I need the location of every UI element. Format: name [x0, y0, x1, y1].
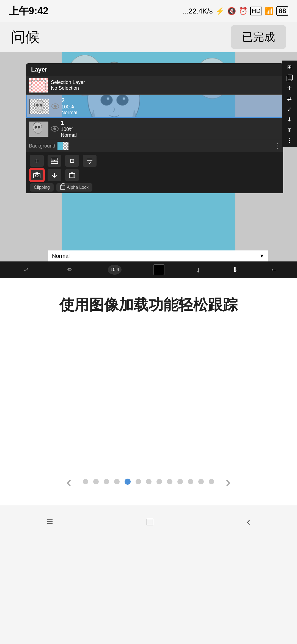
- selection-layer-thumb: [29, 78, 48, 93]
- more-icon[interactable]: ⋮: [274, 142, 280, 150]
- sidebar-download-icon[interactable]: ⬇: [284, 115, 295, 124]
- page-dot-6[interactable]: [146, 479, 152, 484]
- blend-dropdown-arrow[interactable]: ▼: [259, 253, 264, 259]
- layer-1-eye[interactable]: [51, 126, 59, 132]
- nav-title: 问候: [11, 28, 40, 47]
- selection-layer-row[interactable]: Selection Layer No Selection: [26, 76, 283, 95]
- clipping-alpha-row: Clipping Alpha Lock: [30, 183, 279, 192]
- battery-indicator: 88: [276, 6, 288, 16]
- color-swatch[interactable]: [153, 264, 164, 275]
- clipping-button[interactable]: Clipping: [30, 183, 54, 192]
- menu-button[interactable]: ≡: [47, 515, 53, 528]
- mute-icon: 🔇: [227, 7, 236, 15]
- layer-panel-overlay: Layer Selection Layer No Selection: [26, 63, 283, 278]
- status-time: 上午9:42: [9, 4, 48, 18]
- network-speed: ...22.4K/s: [183, 7, 213, 15]
- selection-layer-info: Selection Layer No Selection: [51, 80, 280, 91]
- alpha-lock-label: Alpha Lock: [67, 185, 89, 190]
- move-bottom-tool[interactable]: ⇓: [232, 266, 238, 274]
- pen-tool[interactable]: ✏: [64, 264, 76, 276]
- layer-1-info: 1 100% Normal: [61, 119, 280, 138]
- clipping-label: Clipping: [34, 185, 50, 190]
- svg-rect-28: [51, 158, 58, 160]
- page-dot-4[interactable]: [125, 479, 131, 485]
- page-dot-0[interactable]: [83, 479, 88, 484]
- screenshot-container: Layer Selection Layer No Selection: [0, 52, 297, 278]
- page-dot-7[interactable]: [156, 479, 162, 484]
- page-dot-3[interactable]: [114, 479, 120, 484]
- transform-tool[interactable]: ⤢: [20, 264, 32, 276]
- feature-title: 使用图像加载功能轻松跟踪: [43, 278, 254, 326]
- layer-1-row[interactable]: 1 100% Normal: [26, 118, 283, 140]
- back-button[interactable]: ‹: [247, 515, 250, 528]
- layer-1-num: 1: [61, 119, 280, 127]
- camera-button[interactable]: [30, 169, 44, 181]
- page-dot-11[interactable]: [198, 479, 204, 484]
- brush-size-indicator[interactable]: 10.4: [108, 265, 122, 275]
- prev-page-button[interactable]: ‹: [55, 472, 83, 491]
- merge-button[interactable]: [48, 155, 61, 167]
- system-bar: ≡ □ ‹: [0, 505, 297, 538]
- flatten-button[interactable]: [83, 155, 97, 167]
- svg-point-34: [35, 174, 38, 177]
- sidebar-more-icon[interactable]: ⋮: [284, 136, 295, 145]
- layer-2-row[interactable]: 2 100% Normal: [26, 95, 283, 118]
- page-dot-8[interactable]: [167, 479, 172, 484]
- svg-point-21: [34, 100, 44, 110]
- svg-point-22: [36, 104, 38, 107]
- pagination: ‹ ›: [0, 464, 297, 505]
- svg-rect-41: [288, 75, 292, 80]
- top-nav: 问候 已完成: [0, 22, 297, 52]
- next-page-button[interactable]: ›: [214, 472, 242, 491]
- layer-header: Layer: [26, 63, 283, 76]
- sidebar-flip-icon[interactable]: ⇄: [284, 94, 295, 103]
- no-selection-label: No Selection: [51, 85, 280, 91]
- page-dot-9[interactable]: [177, 479, 183, 484]
- background-row[interactable]: Background ⋮: [26, 140, 283, 152]
- layer-2-opacity: 100%: [61, 104, 280, 110]
- page-dot-5[interactable]: [136, 479, 141, 484]
- alarm-icon: ⏰: [239, 7, 248, 15]
- move-down-tool[interactable]: ↓: [197, 266, 200, 274]
- background-label: Background: [29, 143, 55, 149]
- sidebar-move-icon[interactable]: ✛: [284, 84, 295, 92]
- svg-point-23: [40, 104, 42, 107]
- layer-2-thumb: [29, 99, 49, 114]
- status-bar: 上午9:42 ...22.4K/s ⚡ 🔇 ⏰ HD 📶 88: [0, 0, 297, 22]
- layer-tools: + ⊞: [26, 152, 283, 193]
- background-thumb: [57, 142, 68, 150]
- back-tool[interactable]: ←: [270, 266, 277, 274]
- svg-point-26: [35, 126, 37, 129]
- layer-1-blend: Normal: [61, 132, 280, 138]
- toolbar-row-2: [30, 169, 279, 181]
- delete-layer-button[interactable]: [65, 169, 79, 181]
- lock-icon: [60, 185, 65, 190]
- page-dot-12[interactable]: [209, 479, 214, 484]
- layer-2-info: 2 100% Normal: [61, 97, 280, 116]
- home-button[interactable]: □: [147, 515, 153, 528]
- status-icons: ...22.4K/s ⚡ 🔇 ⏰ HD 📶 88: [183, 6, 288, 16]
- signal-icon: 📶: [265, 7, 274, 15]
- page-dots: [83, 479, 214, 485]
- sidebar-checker-icon[interactable]: ⊞: [284, 63, 295, 72]
- layer-2-blend: Normal: [61, 110, 280, 116]
- sidebar-expand-icon[interactable]: ⤢: [284, 105, 295, 113]
- selection-layer-label: Selection Layer: [51, 80, 280, 85]
- move-down-button[interactable]: [48, 169, 61, 181]
- sidebar-copy-icon[interactable]: [284, 73, 295, 82]
- add-layer-button[interactable]: +: [30, 155, 44, 167]
- sidebar-delete-icon[interactable]: 🗑: [284, 125, 295, 134]
- main-content: Layer Selection Layer No Selection: [0, 52, 297, 505]
- blend-mode-bar[interactable]: Normal ▼: [48, 250, 268, 261]
- blend-mode-value: Normal: [52, 253, 70, 259]
- layer-2-eye[interactable]: [51, 103, 59, 109]
- done-button[interactable]: 已完成: [231, 25, 286, 49]
- page-dot-10[interactable]: [188, 479, 193, 484]
- page-dot-1[interactable]: [93, 479, 99, 484]
- add-group-button[interactable]: ⊞: [65, 155, 79, 167]
- toolbar-row: + ⊞: [30, 155, 279, 167]
- alpha-lock-button[interactable]: Alpha Lock: [56, 183, 92, 192]
- page-dot-2[interactable]: [104, 479, 109, 484]
- layer-2-num: 2: [61, 97, 280, 104]
- svg-rect-29: [51, 161, 58, 163]
